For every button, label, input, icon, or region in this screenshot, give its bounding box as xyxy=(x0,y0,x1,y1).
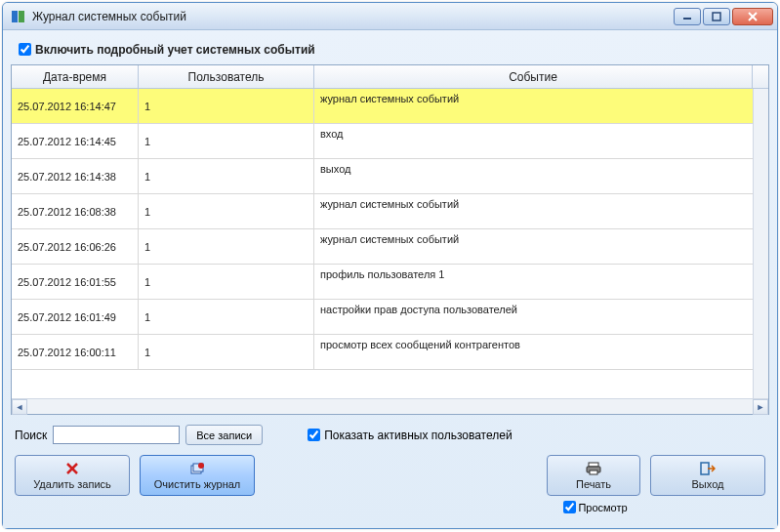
cell-event: настройки прав доступа пользователей xyxy=(314,300,768,334)
table-row[interactable]: 25.07.2012 16:14:381выход xyxy=(12,159,768,194)
table-row[interactable]: 25.07.2012 16:00:111просмотр всех сообще… xyxy=(12,335,768,370)
maximize-button[interactable] xyxy=(703,8,730,25)
exit-button[interactable]: Выход xyxy=(650,455,765,496)
cell-datetime: 25.07.2012 16:00:11 xyxy=(12,335,139,369)
minimize-button[interactable] xyxy=(674,8,701,25)
show-active-users-input[interactable] xyxy=(308,429,320,441)
clear-log-button[interactable]: Очистить журнал xyxy=(140,455,255,496)
svg-rect-0 xyxy=(12,11,18,22)
cell-user: 1 xyxy=(139,89,314,123)
print-button[interactable]: Печать xyxy=(547,455,640,496)
cell-user: 1 xyxy=(139,159,314,193)
table-body: 25.07.2012 16:14:471журнал системных соб… xyxy=(12,89,768,398)
svg-rect-1 xyxy=(19,11,24,22)
cell-datetime: 25.07.2012 16:14:47 xyxy=(12,89,139,123)
cell-user: 1 xyxy=(139,229,314,264)
show-active-users-checkbox[interactable]: Показать активных пользователей xyxy=(304,426,512,444)
exit-icon xyxy=(700,461,716,476)
cell-datetime: 25.07.2012 16:08:38 xyxy=(12,194,139,228)
show-active-users-label: Показать активных пользователей xyxy=(324,429,512,442)
titlebar[interactable]: Журнал системных событий xyxy=(3,3,777,30)
all-records-button[interactable]: Все записи xyxy=(185,425,263,445)
delete-record-button[interactable]: Удалить запись xyxy=(15,455,130,496)
table-row[interactable]: 25.07.2012 16:06:261журнал системных соб… xyxy=(12,229,768,265)
close-button[interactable] xyxy=(732,8,773,25)
cell-event: просмотр всех сообщений контрагентов xyxy=(314,335,768,369)
cell-user: 1 xyxy=(139,300,314,334)
svg-rect-13 xyxy=(590,471,597,474)
search-label: Поиск xyxy=(15,429,47,442)
table-row[interactable]: 25.07.2012 16:01:551профиль пользователя… xyxy=(12,265,768,300)
verbose-logging-checkbox[interactable]: Включить подробный учет системных событи… xyxy=(11,38,769,64)
cell-event: вход xyxy=(314,124,768,158)
horizontal-scrollbar[interactable]: ◄ ► xyxy=(12,398,768,414)
svg-rect-3 xyxy=(713,13,720,20)
cell-event: профиль пользователя 1 xyxy=(314,265,768,299)
search-input[interactable] xyxy=(53,426,180,444)
cell-event: журнал системных событий xyxy=(314,194,768,228)
cell-event: журнал системных событий xyxy=(314,89,768,123)
cell-event: журнал системных событий xyxy=(314,229,768,264)
col-user[interactable]: Пользователь xyxy=(139,65,314,88)
table-row[interactable]: 25.07.2012 16:01:491настройки прав досту… xyxy=(12,300,768,335)
cell-datetime: 25.07.2012 16:14:38 xyxy=(12,159,139,193)
cell-user: 1 xyxy=(139,194,314,228)
col-scrollbar-gap xyxy=(753,65,768,88)
col-event[interactable]: Событие xyxy=(314,65,753,88)
svg-rect-11 xyxy=(589,463,598,467)
cell-user: 1 xyxy=(139,335,314,369)
table-row[interactable]: 25.07.2012 16:14:451вход xyxy=(12,124,768,159)
cell-datetime: 25.07.2012 16:01:49 xyxy=(12,300,139,334)
search-row: Поиск Все записи Показать активных польз… xyxy=(11,415,769,451)
cell-event: выход xyxy=(314,159,768,193)
app-icon xyxy=(11,9,26,24)
col-datetime[interactable]: Дата-время xyxy=(12,65,139,88)
delete-icon xyxy=(65,461,79,476)
table-row[interactable]: 25.07.2012 16:08:381журнал системных соб… xyxy=(12,194,768,229)
scroll-right-icon[interactable]: ► xyxy=(753,399,768,415)
button-row: Удалить запись Очистить журнал Печать xyxy=(11,451,769,520)
printer-icon xyxy=(586,461,601,476)
table-row[interactable]: 25.07.2012 16:14:471журнал системных соб… xyxy=(12,89,768,124)
svg-point-10 xyxy=(198,463,204,469)
clear-icon xyxy=(189,461,205,476)
cell-user: 1 xyxy=(139,124,314,158)
cell-datetime: 25.07.2012 16:06:26 xyxy=(12,229,139,264)
verbose-logging-input[interactable] xyxy=(19,43,31,56)
cell-user: 1 xyxy=(139,265,314,299)
verbose-logging-label: Включить подробный учет системных событи… xyxy=(35,43,315,57)
system-events-window: Журнал системных событий Включить подроб… xyxy=(2,2,778,529)
preview-checkbox[interactable]: Просмотр xyxy=(559,498,627,516)
events-table: Дата-время Пользователь Событие 25.07.20… xyxy=(11,64,769,415)
table-header: Дата-время Пользователь Событие xyxy=(12,65,768,89)
svg-rect-14 xyxy=(701,463,709,474)
cell-datetime: 25.07.2012 16:01:55 xyxy=(12,265,139,299)
vertical-scrollbar[interactable] xyxy=(753,89,768,398)
scroll-left-icon[interactable]: ◄ xyxy=(12,399,27,415)
window-title: Журнал системных событий xyxy=(32,10,674,23)
preview-input[interactable] xyxy=(563,501,576,513)
cell-datetime: 25.07.2012 16:14:45 xyxy=(12,124,139,158)
